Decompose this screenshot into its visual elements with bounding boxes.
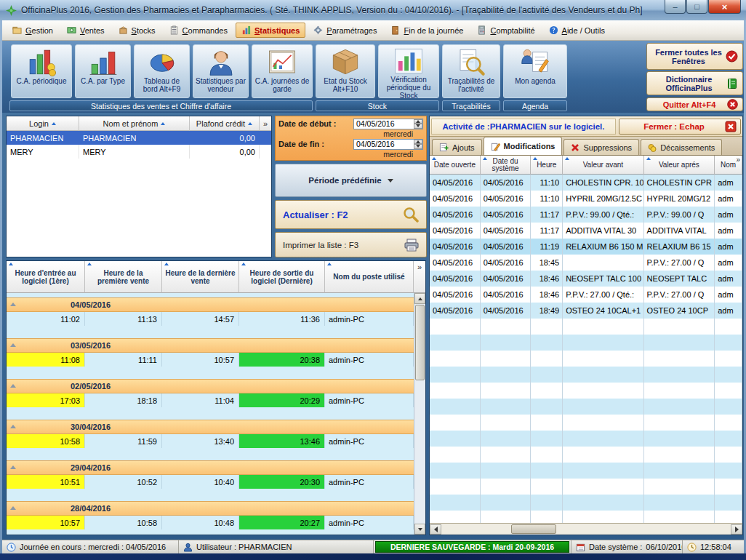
- clock-icon: [687, 543, 697, 552]
- toolbar-stats-par-vendeur-button[interactable]: Statistiques par vendeur: [193, 44, 249, 98]
- collapse-icon[interactable]: [10, 425, 16, 428]
- vendors-more-button[interactable]: »: [260, 116, 271, 131]
- column-header-valeur-avant[interactable]: Valeur avant: [563, 156, 643, 175]
- tab-modifications[interactable]: Modifications: [484, 137, 563, 155]
- menu-item-ventes[interactable]: Ventes: [61, 23, 111, 38]
- collapse-icon[interactable]: [10, 303, 16, 306]
- hours-row[interactable]: 10:57 10:58 10:48 20:27 admin-PC: [7, 516, 414, 529]
- menu-item-comptabilite[interactable]: Comptabilité: [471, 23, 540, 38]
- date-fin-day: mercredi: [278, 150, 423, 159]
- column-header-derniere-vente[interactable]: Heure de la dernière vente: [162, 261, 239, 293]
- activity-row[interactable]: 04/05/201604/05/201611:17P.P.V.: 99.00 /…: [430, 207, 742, 223]
- scroll-left-button[interactable]: [430, 524, 441, 535]
- menu-label: Gestion: [25, 26, 53, 35]
- actualiser-button[interactable]: Actualiser : F2: [275, 200, 427, 229]
- hours-row[interactable]: 11:08 11:11 10:57 20:38 admin-PC: [7, 353, 414, 367]
- date-fin-input[interactable]: 04/05/2016: [353, 139, 423, 150]
- date-fin-spinner[interactable]: [414, 140, 422, 149]
- dropdown-icon: [388, 179, 393, 183]
- collapse-icon[interactable]: [10, 384, 16, 388]
- column-header-date-systeme[interactable]: Date du système: [481, 156, 532, 175]
- column-header-login[interactable]: Login: [7, 116, 79, 131]
- scrollbar-thumb[interactable]: [511, 524, 556, 534]
- spin-down-icon[interactable]: [414, 124, 422, 129]
- column-header-nom[interactable]: Nom»: [715, 156, 742, 175]
- date-group-band[interactable]: 28/04/2016: [7, 501, 414, 516]
- close-button[interactable]: ×: [708, 0, 741, 14]
- column-header-valeur-apres[interactable]: Valeur aprés: [644, 156, 715, 175]
- toolbar-ca-journees-garde-button[interactable]: C.A. journées de garde: [252, 44, 313, 98]
- collapse-icon[interactable]: [10, 343, 16, 347]
- date-group-band[interactable]: 04/05/2016: [7, 297, 414, 312]
- imprimer-button[interactable]: Imprimer la liste : F3: [275, 232, 427, 257]
- activity-row[interactable]: 04/05/201604/05/201611:10CHOLESTIN CPR. …: [430, 175, 742, 191]
- tab-suppressions[interactable]: Suppressions: [563, 139, 639, 155]
- fermer-echap-button[interactable]: Fermer : Echap: [619, 119, 741, 135]
- date-group-band[interactable]: 30/04/2016: [7, 420, 414, 434]
- dictionnaire-button[interactable]: Dictionnaire OfficinaPlus: [646, 71, 743, 95]
- column-header-heure[interactable]: Heure: [531, 156, 563, 175]
- activity-row[interactable]: 04/05/201604/05/201618:46P.P.V.: 27.00 /…: [430, 287, 742, 303]
- menu-item-gestion[interactable]: Gestion: [7, 23, 59, 38]
- window-title: OfficinaPlus 2016, Gestion des Pharmacie…: [21, 5, 643, 15]
- column-header-entree[interactable]: Heure d'entrée au logiciel (1ère): [7, 261, 85, 293]
- vertical-scrollbar[interactable]: [414, 293, 425, 535]
- toolbar-tableau-de-bord-button[interactable]: Tableau de bord Alt+F9: [134, 44, 190, 98]
- toolbar-mon-agenda-button[interactable]: Mon agenda: [503, 44, 567, 98]
- hours-row[interactable]: 10:58 11:59 13:40 13:46 admin-PC: [7, 434, 414, 448]
- date-debut-input[interactable]: 04/05/2016: [353, 119, 423, 129]
- quitter-button[interactable]: Quitter Alt+F4: [646, 97, 743, 111]
- maximize-button[interactable]: □: [686, 0, 707, 14]
- column-header-date-ouverte[interactable]: Date ouverte: [430, 156, 481, 175]
- scroll-down-button[interactable]: [414, 524, 425, 535]
- hours-row[interactable]: 10:51 10:52 10:40 20:30 admin-PC: [7, 475, 414, 489]
- menu-item-fin-journee[interactable]: Fin de la journée: [385, 23, 469, 38]
- scrollbar-thumb[interactable]: [415, 305, 425, 380]
- vendor-row-mery[interactable]: MERY MERY 0,00: [7, 145, 271, 159]
- column-header-plafond[interactable]: Plafond crédit: [190, 116, 260, 131]
- toolbar-tracabilites-button[interactable]: Traçabilités de l'activité: [442, 44, 500, 98]
- menu-item-stocks[interactable]: Stocks: [113, 23, 161, 38]
- activity-row[interactable]: 04/05/201604/05/201611:10HYPRIL 20MG/12.…: [430, 191, 742, 207]
- collapse-icon[interactable]: [10, 506, 16, 510]
- date-group-band[interactable]: 29/04/2016: [7, 460, 414, 475]
- scroll-up-button[interactable]: [414, 293, 425, 304]
- menu-item-commandes[interactable]: Commandes: [164, 23, 233, 38]
- tab-decaissements[interactable]: Décaissements: [641, 139, 722, 155]
- activity-row[interactable]: 04/05/201604/05/201611:17ADDITIVA VITAL …: [430, 223, 742, 239]
- spin-down-icon[interactable]: [414, 144, 422, 149]
- date-debut-day: mercredi: [278, 129, 423, 138]
- date-debut-spinner[interactable]: [414, 119, 422, 129]
- column-header-sortie[interactable]: Heure de sortie du logiciel (Dernière): [239, 261, 325, 293]
- horizontal-scrollbar[interactable]: [430, 523, 742, 535]
- tab-ajouts[interactable]: Ajouts: [432, 139, 482, 155]
- activity-row[interactable]: 04/05/201604/05/201618:46NEOSEPT TALC 10…: [430, 271, 742, 287]
- periode-predefinie-button[interactable]: Période prédéfinie: [275, 164, 427, 197]
- date-group-band[interactable]: 02/05/2016: [7, 379, 414, 393]
- titlebar[interactable]: OfficinaPlus 2016, Gestion des Pharmacie…: [0, 0, 746, 20]
- toolbar-ca-periodique-button[interactable]: C.A. périodique: [11, 44, 72, 98]
- fermer-fenetres-button[interactable]: Fermer toutes les Fenêtres: [646, 43, 743, 70]
- minimize-button[interactable]: –: [665, 0, 686, 14]
- activity-row[interactable]: 04/05/201604/05/201618:49OSTEO 24 10CAL+…: [430, 303, 742, 319]
- activity-row-highlighted[interactable]: 04/05/201604/05/201611:19RELAXIUM B6 150…: [430, 239, 742, 255]
- column-header-premiere-vente[interactable]: Heure de la première vente: [85, 261, 162, 293]
- toolbar-verification-stock-button[interactable]: Vérification périodique du Stock: [378, 44, 439, 98]
- collapse-icon[interactable]: [10, 465, 16, 469]
- scroll-right-button[interactable]: [731, 524, 742, 535]
- menu-item-parametrages[interactable]: Paramétrages: [308, 23, 382, 38]
- coins-icon: [648, 143, 657, 152]
- activity-row[interactable]: 04/05/201604/05/201618:45P.P.V.: 27.00 /…: [430, 255, 742, 271]
- column-header-poste[interactable]: Nom du poste utilisé: [325, 261, 414, 293]
- menu-item-statistiques[interactable]: Statistiques: [236, 23, 305, 38]
- date-group-band[interactable]: 03/05/2016: [7, 338, 414, 353]
- add-form-icon: [439, 143, 449, 152]
- hours-row[interactable]: 17:03 18:18 11:04 20:29 admin-PC: [7, 393, 414, 407]
- hours-more-button[interactable]: »: [414, 261, 425, 293]
- toolbar-ca-par-type-button[interactable]: C.A. par Type: [75, 44, 131, 98]
- hours-row[interactable]: 11:02 11:13 14:57 11:36 admin-PC: [7, 312, 414, 326]
- toolbar-etat-stock-button[interactable]: Etat du Stock Alt+F10: [316, 44, 375, 98]
- vendor-row-pharmacien[interactable]: PHARMACIEN PHARMACIEN 0,00: [7, 131, 271, 145]
- menu-item-aide[interactable]: Aide / Outils: [543, 23, 611, 38]
- column-header-nom[interactable]: Nom et prénom: [79, 116, 190, 131]
